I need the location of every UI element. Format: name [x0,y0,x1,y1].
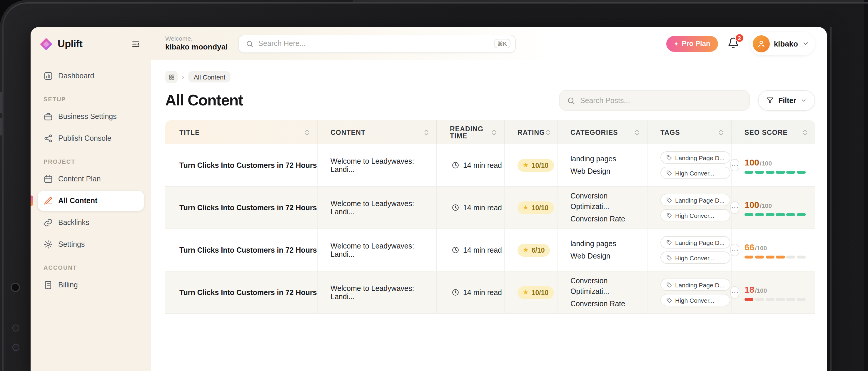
device-camera-circle [10,283,20,292]
posts-search-input[interactable] [580,96,742,105]
seo-score-number: 100 [744,157,759,167]
column-header-tags[interactable]: TAGS [648,120,732,144]
sidebar-item-billing[interactable]: Billing [38,275,144,295]
table-row[interactable]: Turn Clicks Into Customers in 72 Hours W… [165,272,815,314]
search-shortcut-badge: ⌘K [494,39,510,48]
sidebar-item-label: Publish Console [58,134,112,143]
cell-reading-time: 14 min read [437,144,504,186]
star-icon: ★ [523,204,529,211]
tag-chip[interactable]: High Conver... [660,294,731,306]
welcome-user-name: kibako moondyal [165,43,227,52]
cell-title: Turn Clicks Into Customers in 72 Hours [165,187,317,228]
tag-chip[interactable]: Landing Page D... [660,279,731,291]
cell-tags: Landing Page D... High Conver... ⋯ [648,187,732,228]
reading-time-value: 14 min read [463,246,502,254]
tag-chip[interactable]: High Conver... [660,167,731,179]
category-value: Conversion Optimizati... [570,191,647,212]
table-row[interactable]: Turn Clicks Into Customers in 72 Hours W… [165,229,815,272]
cell-tags: Landing Page D... High Conver... ⋯ [648,272,732,313]
category-value: Web Design [570,166,647,176]
breadcrumb-current[interactable]: All Content [188,71,231,82]
search-icon [246,40,253,48]
user-icon [757,39,766,48]
notifications-button[interactable]: 2 [727,37,740,50]
seo-score-bar [744,213,806,216]
device-side-button [0,92,3,113]
column-header-rating[interactable]: RATING [504,120,558,144]
cell-categories: landing pages Web Design [558,229,648,271]
column-header-content[interactable]: CONTENT [317,120,437,144]
welcome-block: Welcome, kibako moondyal [165,35,227,52]
category-value: landing pages [570,239,647,249]
seo-score-number: 66 [744,242,754,252]
breadcrumb: › All Content [165,71,815,83]
global-search-input[interactable] [258,39,489,48]
column-header-title[interactable]: TITLE [165,120,317,144]
column-header-categories[interactable]: CATEGORIES [558,120,648,144]
rating-badge: ★ 6/10 [518,244,550,256]
sidebar-item-publish-console[interactable]: Publish Console [38,129,144,148]
sidebar-item-all-content[interactable]: All Content [38,191,144,211]
cell-categories: Conversion Optimizati... Conversion Rate [558,272,648,313]
welcome-label: Welcome, [165,35,227,43]
rating-value: 6/10 [532,247,545,254]
sidebar-item-label: Dashboard [58,72,94,80]
top-right-cluster: ✦ Pro Plan 2 kibako [666,32,815,55]
grid-icon [168,74,174,80]
seo-score-value: 100 /100 [744,199,806,209]
tag-chip[interactable]: Landing Page D... [660,151,731,164]
link-icon [43,218,53,227]
collapse-sidebar-icon [131,39,141,49]
device-side-button [0,118,3,136]
reading-time-value: 14 min read [463,203,502,212]
cell-content-preview: Welcome to Leadywaves: Landi... [317,187,437,228]
cell-seo-score: 100 /100 [732,144,815,186]
tag-icon [666,282,672,288]
sidebar-nav: Dashboard SETUP Business Settings Publis… [38,66,144,295]
cell-seo-score: 18 /100 [732,272,815,313]
dashboard-icon [43,71,53,81]
user-menu[interactable]: kibako [750,32,815,55]
tag-chip[interactable]: High Conver... [660,209,731,222]
sidebar-item-label: Backlinks [58,219,89,227]
cell-rating: ★ 10/10 [504,272,558,313]
global-search[interactable]: ⌘K [238,34,516,53]
tag-icon [666,170,672,176]
tag-chip[interactable]: Landing Page D... [660,194,731,206]
breadcrumb-home-button[interactable] [165,71,178,83]
sidebar-item-label: Business Settings [58,112,117,121]
page-title: All Content [165,91,243,110]
device-right-edge [864,0,868,371]
posts-search[interactable] [560,90,750,111]
tag-icon [666,154,672,161]
uplift-logo[interactable]: Uplift [40,38,82,50]
seo-score-value: 100 /100 [744,157,806,167]
chevron-down-icon [800,97,807,104]
table-header-row: TITLE CONTENT READING TIME RATING [165,120,815,144]
seo-score-max: /100 [755,244,767,251]
sidebar-item-content-plan[interactable]: Content Plan [38,169,144,189]
sidebar-item-business-settings[interactable]: Business Settings [38,107,144,126]
seo-score-value: 18 /100 [744,284,806,294]
receipt-icon [43,280,53,290]
filter-button[interactable]: Filter [758,90,815,111]
sidebar-item-dashboard[interactable]: Dashboard [38,66,144,86]
column-header-reading-time[interactable]: READING TIME [437,120,504,144]
star-icon: ★ [523,289,529,296]
table-row[interactable]: Turn Clicks Into Customers in 72 Hours W… [165,187,815,229]
sidebar-collapse-button[interactable] [130,38,142,50]
main-area: Welcome, kibako moondyal ⌘K ✦ Pro Plan 2 [151,27,827,371]
column-header-label: TAGS [660,129,680,136]
cell-reading-time: 14 min read [437,272,504,313]
tag-chip[interactable]: Landing Page D... [660,236,731,249]
rating-value: 10/10 [532,162,549,169]
table-row[interactable]: Turn Clicks Into Customers in 72 Hours W… [165,144,815,187]
sidebar-item-backlinks[interactable]: Backlinks [38,212,144,233]
pro-plan-button[interactable]: ✦ Pro Plan [666,36,718,52]
column-header-seo-score[interactable]: SEO SCORE [732,120,815,144]
cell-title: Turn Clicks Into Customers in 72 Hours [165,272,317,313]
tag-icon [666,197,672,203]
tag-chip[interactable]: High Conver... [660,252,731,264]
sidebar-item-settings[interactable]: Settings [38,234,144,254]
category-value: Web Design [570,251,647,261]
